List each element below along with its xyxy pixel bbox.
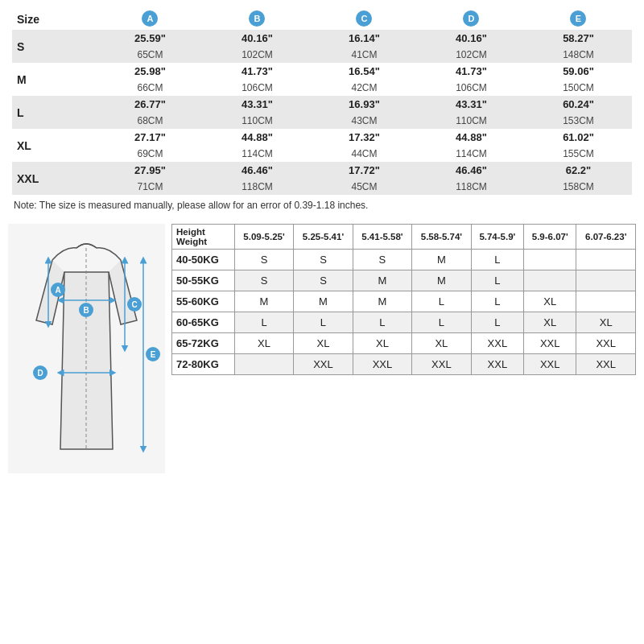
height-col-5: 5.74-5.9' (471, 225, 523, 250)
size-sub-cell: 43CM (311, 113, 418, 129)
wh-row: 40-50KGSSSML (172, 250, 636, 270)
height-col-4: 5.58-5.74' (412, 225, 471, 250)
size-col-header: Size (12, 8, 97, 30)
wh-cell: L (412, 312, 471, 333)
size-main-cell: 40.16" (418, 30, 525, 47)
size-sub-cell: 150CM (525, 80, 632, 96)
size-sub-cell: 114CM (204, 146, 311, 162)
size-sub-cell: 114CM (418, 146, 525, 162)
size-main-cell: 16.54" (311, 63, 418, 80)
col-e-header: E (525, 8, 632, 30)
size-main-cell: 16.14" (311, 30, 418, 47)
size-main-cell: 17.72" (311, 162, 418, 179)
wh-cell: L (471, 250, 523, 270)
size-label: M (12, 63, 97, 96)
wh-cell: XXL (353, 354, 411, 375)
size-sub-cell: 68CM (97, 113, 204, 129)
table-row: M25.98"41.73"16.54"41.73"59.06" (12, 63, 632, 80)
wh-cell: M (353, 270, 411, 291)
corner-cell: Height Weight (172, 225, 235, 250)
wh-row: 65-72KGXLXLXLXLXXLXXLXXL (172, 333, 636, 354)
size-sub-cell: 110CM (418, 113, 525, 129)
wh-cell (576, 291, 636, 312)
size-sub-cell: 158CM (525, 179, 632, 195)
size-main-cell: 41.73" (418, 63, 525, 80)
wh-row: 72-80KGXXLXXLXXLXXLXXLXXL (172, 354, 636, 375)
wh-cell: M (234, 291, 293, 312)
table-row: 69CM114CM44CM114CM155CM (12, 146, 632, 162)
wh-cell: L (471, 270, 523, 291)
size-sub-cell: 45CM (311, 179, 418, 195)
wh-cell: S (294, 270, 353, 291)
height-col-1: 5.09-5.25' (234, 225, 293, 250)
height-col-3: 5.41-5.58' (353, 225, 411, 250)
wh-cell: XL (524, 312, 576, 333)
size-main-cell: 46.46" (418, 162, 525, 179)
svg-text:B: B (83, 306, 89, 315)
size-main-cell: 40.16" (204, 30, 311, 47)
height-col-2: 5.25-5.41' (294, 225, 353, 250)
table-row: XL27.17"44.88"17.32"44.88"61.02" (12, 129, 632, 146)
wh-cell (576, 270, 636, 291)
size-main-cell: 46.46" (204, 162, 311, 179)
circle-a: A (142, 10, 158, 27)
table-row: XXL27.95"46.46"17.72"46.46"62.2" (12, 162, 632, 179)
table-row: 68CM110CM43CM110CM153CM (12, 113, 632, 129)
height-col-6: 5.9-6.07' (524, 225, 576, 250)
size-sub-cell: 148CM (525, 47, 632, 63)
wh-row: 60-65KGLLLLLXLXL (172, 312, 636, 333)
svg-text:E: E (151, 350, 156, 359)
weight-label: 40-50KG (172, 250, 235, 270)
wh-cell: XXL (471, 333, 523, 354)
wh-row: 50-55KGSSMML (172, 270, 636, 291)
wh-tbody: 40-50KGSSSML50-55KGSSMML55-60KGMMMLLXL60… (172, 250, 636, 375)
size-sub-cell: 65CM (97, 47, 204, 63)
size-sub-cell: 69CM (97, 146, 204, 162)
size-table: Size A B C D E (12, 8, 632, 195)
size-sub-cell: 155CM (525, 146, 632, 162)
size-main-cell: 27.17" (97, 129, 204, 146)
size-tbody: S25.59"40.16"16.14"40.16"58.27"65CM102CM… (12, 30, 632, 195)
size-sub-cell: 106CM (418, 80, 525, 96)
size-label: S (12, 30, 97, 63)
circle-e: E (570, 10, 586, 27)
size-main-cell: 16.93" (311, 96, 418, 113)
wh-cell: M (294, 291, 353, 312)
wh-cell: S (294, 250, 353, 270)
wh-cell: XXL (524, 354, 576, 375)
wh-cell: XXL (576, 333, 636, 354)
wh-cell: S (234, 250, 293, 270)
note-text: Note: The size is measured manually, ple… (12, 200, 632, 211)
size-main-cell: 26.77" (97, 96, 204, 113)
size-main-cell: 17.32" (311, 129, 418, 146)
size-sub-cell: 106CM (204, 80, 311, 96)
wh-cell: XL (412, 333, 471, 354)
wh-cell: XL (524, 291, 576, 312)
size-sub-cell: 118CM (204, 179, 311, 195)
svg-text:A: A (55, 286, 60, 295)
wh-cell: XL (353, 333, 411, 354)
size-main-cell: 60.24" (525, 96, 632, 113)
bottom-section: A B C D E (0, 224, 644, 481)
wh-cell: M (412, 250, 471, 270)
wh-cell: L (471, 291, 523, 312)
wh-cell: L (412, 291, 471, 312)
weight-label: 72-80KG (172, 354, 235, 375)
size-main-cell: 41.73" (204, 63, 311, 80)
size-main-cell: 44.88" (204, 129, 311, 146)
circle-c: C (356, 10, 372, 27)
weight-label: 50-55KG (172, 270, 235, 291)
wh-cell: M (412, 270, 471, 291)
height-col-7: 6.07-6.23' (576, 225, 636, 250)
size-sub-cell: 102CM (418, 47, 525, 63)
table-row: 71CM118CM45CM118CM158CM (12, 179, 632, 195)
wh-table: Height Weight 5.09-5.25' 5.25-5.41' 5.41… (171, 224, 636, 375)
wh-cell: XXL (524, 333, 576, 354)
size-sub-cell: 102CM (204, 47, 311, 63)
size-sub-cell: 42CM (311, 80, 418, 96)
wh-cell: XXL (412, 354, 471, 375)
wh-cell: XXL (576, 354, 636, 375)
wh-cell: S (353, 250, 411, 270)
wh-row: 55-60KGMMMLLXL (172, 291, 636, 312)
size-sub-cell: 41CM (311, 47, 418, 63)
